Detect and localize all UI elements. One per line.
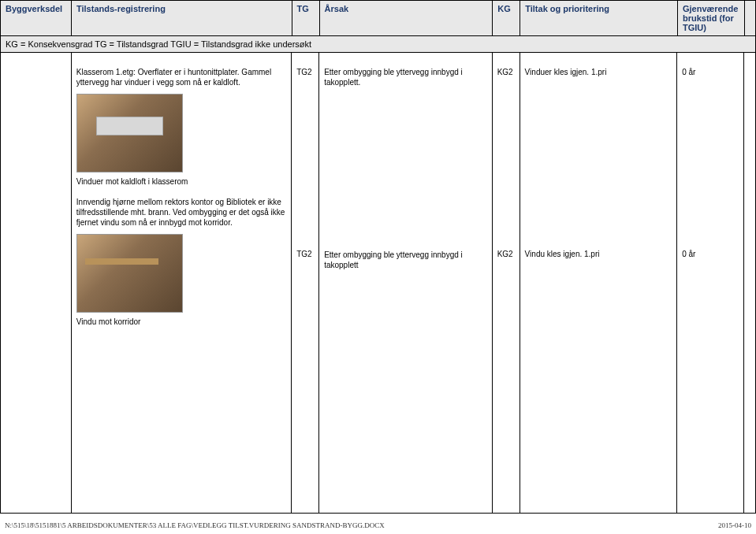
row1-arsak: Etter ombygging ble yttervegg innbygd i …	[324, 67, 487, 87]
row1-caption: Vinduer mot kaldloft i klasserom	[76, 177, 286, 186]
footer-path: N:\515\18\5151881\5 ARBEIDSDOKUMENTER\53…	[5, 521, 385, 529]
row2-photo	[76, 234, 183, 313]
col-brukstid: Gjenværende brukstid (for TGIU)	[677, 1, 744, 36]
col-kg: KG	[493, 1, 520, 36]
cell-tilstand: Klasserom 1.etg: Overflater er i huntoni…	[72, 53, 292, 513]
cell-arsak: Etter ombygging ble yttervegg innbygd i …	[319, 53, 493, 513]
row1-photo	[76, 94, 183, 172]
row1-brukstid: 0 år	[682, 67, 739, 77]
row2-tg: TG2	[296, 249, 314, 259]
cell-last	[744, 53, 755, 513]
header-row-labels: Byggverksdel Tilstands-registrering TG Å…	[1, 1, 756, 36]
row2-caption: Vindu mot korridor	[76, 317, 286, 326]
cell-tg: TG2 TG2	[292, 53, 319, 513]
row1-kg: KG2	[497, 67, 515, 77]
row2-brukstid: 0 år	[682, 249, 739, 259]
footer: N:\515\18\5151881\5 ARBEIDSDOKUMENTER\53…	[0, 521, 756, 529]
cell-tiltak: Vinduer kles igjen. 1.pri Vindu kles igj…	[520, 53, 678, 513]
row2-block: Innvendig hjørne mellom rektors kontor o…	[76, 197, 286, 326]
col-byggverksdel: Byggverksdel	[1, 1, 72, 36]
row1-tilstand-text: Klasserom 1.etg: Overflater er i huntoni…	[76, 67, 286, 87]
row2-arsak: Etter ombygging ble yttervegg innbygd i …	[324, 250, 487, 270]
col-arsak: Årsak	[319, 1, 493, 36]
row1-tiltak: Vinduer kles igjen. 1.pri	[525, 67, 672, 77]
header-row-legend: KG = Konsekvensgrad TG = Tilstandsgrad T…	[1, 36, 756, 53]
footer-date: 2015-04-10	[718, 521, 751, 529]
legend-cell: KG = Konsekvensgrad TG = Tilstandsgrad T…	[1, 36, 756, 53]
col-tg: TG	[292, 1, 319, 36]
content-inner: Klasserom 1.etg: Overflater er i huntoni…	[1, 53, 755, 513]
content-wrapper: Klasserom 1.etg: Overflater er i huntoni…	[0, 53, 756, 514]
col-tiltak: Tiltak og prioritering	[520, 1, 678, 36]
header-table: Byggverksdel Tilstands-registrering TG Å…	[0, 0, 756, 53]
cell-byggverksdel	[1, 53, 72, 513]
cell-kg: KG2 KG2	[493, 53, 520, 513]
row2-tilstand-text: Innvendig hjørne mellom rektors kontor o…	[76, 197, 286, 228]
cell-brukstid: 0 år 0 år	[677, 53, 744, 513]
row2-tiltak: Vindu kles igjen. 1.pri	[525, 249, 672, 259]
col-last	[744, 1, 755, 36]
row2-kg: KG2	[497, 249, 515, 259]
row1-tg: TG2	[296, 67, 314, 77]
col-tilstand: Tilstands-registrering	[71, 1, 292, 36]
